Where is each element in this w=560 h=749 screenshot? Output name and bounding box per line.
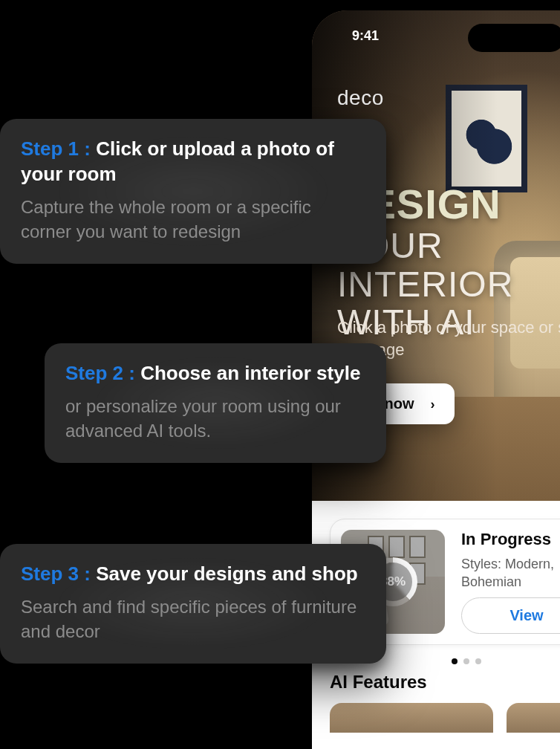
step-1-desc: Capture the whole room or a specific cor…	[21, 195, 365, 244]
view-button[interactable]: View	[461, 597, 560, 634]
chevron-right-icon: ›	[431, 396, 435, 412]
progress-info: In Progress Styles: Modern, Bohemian Vie…	[461, 530, 560, 634]
wall-art	[446, 85, 527, 192]
step-3-desc: Search and find specific pieces of furni…	[21, 594, 365, 644]
ai-features-row[interactable]	[330, 703, 560, 733]
feature-card[interactable]	[330, 703, 493, 733]
step-3-label: Step 3 :	[21, 562, 91, 585]
progress-subtitle: Styles: Modern, Bohemian	[461, 555, 560, 591]
status-time: 9:41	[352, 28, 379, 44]
feature-card[interactable]	[507, 703, 560, 733]
dot-3[interactable]	[475, 658, 481, 664]
step-2-desc: or personalize your room using our advan…	[65, 394, 365, 444]
step-card-3: Step 3 : Save your designs and shop Sear…	[0, 544, 386, 664]
step-card-1: Step 1 : Click or upload a photo of your…	[0, 119, 386, 264]
ai-features-heading: AI Features	[330, 672, 560, 693]
dot-1[interactable]	[452, 658, 458, 664]
step-3-title: Save your designs and shop	[96, 562, 358, 585]
step-2-label: Step 2 :	[65, 362, 135, 384]
dynamic-island	[468, 24, 560, 52]
dot-2[interactable]	[463, 658, 469, 664]
step-2-title: Choose an interior style	[140, 362, 360, 384]
step-1-label: Step 1 :	[21, 137, 91, 160]
progress-title: In Progress	[461, 530, 560, 549]
app-logo: deco	[337, 86, 384, 110]
step-card-2: Step 2 : Choose an interior style or per…	[45, 343, 386, 463]
